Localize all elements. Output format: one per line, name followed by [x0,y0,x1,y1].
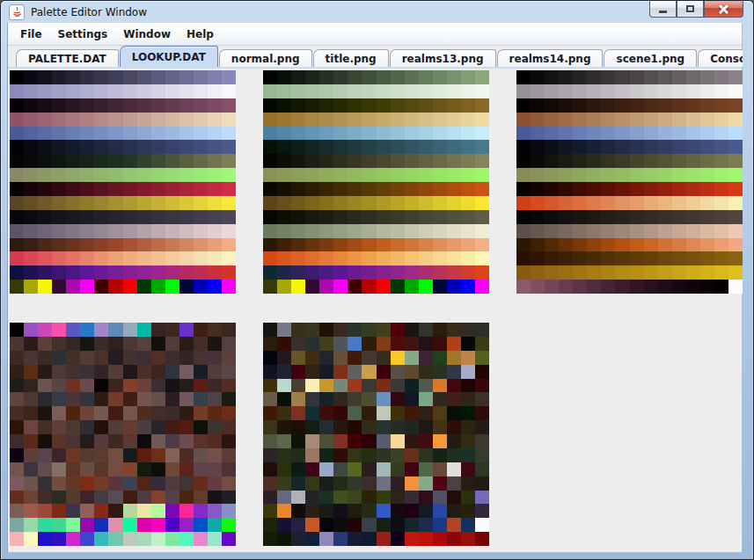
palette-cell[interactable] [24,224,38,238]
palette-cell[interactable] [686,238,700,252]
palette-cell[interactable] [319,420,333,434]
palette-cell[interactable] [94,140,108,154]
palette-cell[interactable] [447,70,461,84]
palette-cell[interactable] [319,84,333,98]
palette-cell[interactable] [208,420,222,434]
palette-cell[interactable] [24,532,38,546]
palette-cell[interactable] [615,265,629,280]
palette-cell[interactable] [123,365,137,379]
palette-cell[interactable] [38,238,52,252]
palette-cell[interactable] [700,280,714,294]
palette-cell[interactable] [123,420,137,434]
palette-cell[interactable] [194,504,208,518]
palette-cell[interactable] [80,98,94,113]
palette-cell[interactable] [686,154,700,168]
palette-cell[interactable] [208,434,222,448]
palette-cell[interactable] [52,224,66,238]
palette-cell[interactable] [80,280,94,294]
palette-cell[interactable] [461,532,475,546]
palette-cell[interactable] [615,224,629,238]
palette-cell[interactable] [38,280,52,294]
palette-cell[interactable] [38,168,52,182]
palette-cell[interactable] [10,265,24,280]
palette-cell[interactable] [123,224,137,238]
palette-cell[interactable] [391,224,405,238]
palette-cell[interactable] [137,280,151,294]
palette-cell[interactable] [263,434,277,448]
palette-cell[interactable] [137,476,151,491]
palette-cell[interactable] [38,420,52,434]
palette-cell[interactable] [208,379,222,393]
palette-cell[interactable] [52,265,66,280]
palette-cell[interactable] [291,98,305,113]
palette-cell[interactable] [630,127,644,141]
palette-cell[interactable] [94,265,108,280]
palette-cell[interactable] [391,154,405,168]
palette-cell[interactable] [587,84,601,98]
palette-cell[interactable] [516,140,531,154]
palette-cell[interactable] [362,406,376,420]
palette-cell[interactable] [10,251,24,265]
palette-cell[interactable] [165,420,179,434]
palette-cell[interactable] [348,323,362,337]
palette-cell[interactable] [263,420,277,434]
palette-cell[interactable] [66,210,80,224]
palette-cell[interactable] [108,251,122,265]
palette-cell[interactable] [123,182,137,196]
palette-cell[interactable] [263,127,277,141]
palette-cell[interactable] [305,532,319,546]
palette-cell[interactable] [601,140,615,154]
palette-cell[interactable] [419,154,433,168]
palette-cell[interactable] [405,532,419,546]
palette-cell[interactable] [405,476,419,491]
palette-cell[interactable] [377,265,391,280]
palette-cell[interactable] [194,420,208,434]
palette-cell[interactable] [94,196,108,210]
palette-cell[interactable] [10,532,24,546]
palette-cell[interactable] [222,127,236,141]
palette-cell[interactable] [305,251,319,265]
palette-cell[interactable] [405,323,419,337]
palette-cell[interactable] [601,196,615,210]
palette-cell[interactable] [305,84,319,98]
palette-cell[interactable] [377,280,391,294]
palette-cell[interactable] [573,251,587,265]
palette-cell[interactable] [348,182,362,196]
palette-cell[interactable] [305,182,319,196]
palette-cell[interactable] [52,154,66,168]
palette-cell[interactable] [377,532,391,546]
palette-cell[interactable] [475,351,489,365]
palette-cell[interactable] [194,337,208,351]
palette-cell[interactable] [573,70,587,84]
palette-cell[interactable] [263,224,277,238]
palette-cell[interactable] [672,238,686,252]
palette-cell[interactable] [728,70,743,84]
palette-cell[interactable] [362,168,376,182]
palette-cell[interactable] [94,127,108,141]
palette-cell[interactable] [277,98,291,113]
palette-cell[interactable] [151,265,165,280]
palette-cell[interactable] [419,113,433,127]
palette-cell[interactable] [137,70,151,84]
palette-cell[interactable] [108,182,122,196]
palette-cell[interactable] [433,70,447,84]
palette-cell[interactable] [194,448,208,462]
palette-cell[interactable] [405,84,419,98]
palette-cell[interactable] [38,70,52,84]
palette-cell[interactable] [277,265,291,280]
palette-cell[interactable] [305,224,319,238]
palette-cell[interactable] [137,504,151,518]
palette-cell[interactable] [319,182,333,196]
palette-cell[interactable] [433,168,447,182]
palette-cell[interactable] [377,448,391,462]
palette-cell[interactable] [545,280,559,294]
palette-cell[interactable] [24,406,38,420]
palette-cell[interactable] [208,265,222,280]
palette-cell[interactable] [208,113,222,127]
palette-cell[interactable] [52,532,66,546]
minimize-button[interactable] [649,1,677,18]
tab-normal-png[interactable]: normal.png [219,49,312,67]
palette-cell[interactable] [714,182,728,196]
palette-cell[interactable] [333,420,348,434]
palette-cell[interactable] [475,504,489,518]
